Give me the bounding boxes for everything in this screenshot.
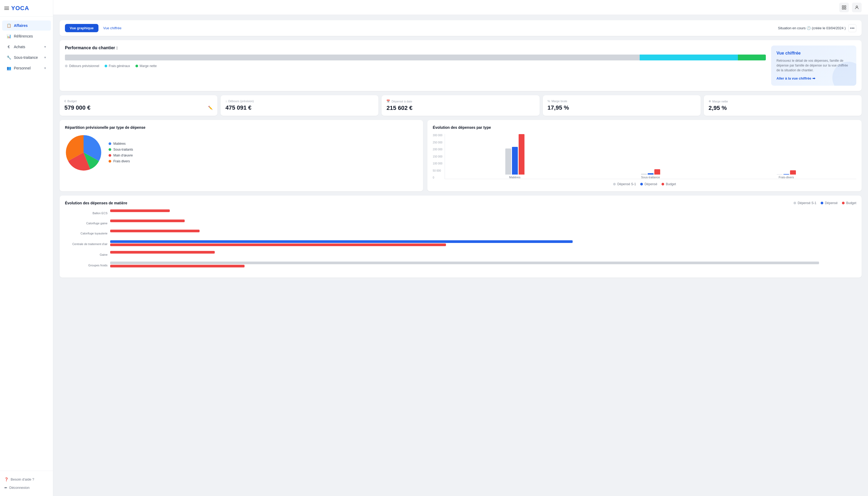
bar-group-sous-traitance: Sous-traitance — [585, 132, 716, 179]
chevron-down-icon: ▼ — [44, 66, 47, 70]
kpi-debours-label: ↕ Débours (prévision) — [226, 99, 374, 103]
h-bar-track — [110, 240, 856, 248]
evo-rows: Ballon ECS Calorifuge gaine Calorifuge t… — [65, 210, 856, 269]
kpi-budget: € Budget 579 000 € ✏️ — [60, 95, 217, 116]
row-label: Centrale de traitement d'air — [65, 243, 108, 246]
vue-chiffree-button[interactable]: Vue chiffrée — [98, 24, 126, 32]
percent-icon: % — [548, 99, 550, 103]
legend-debours: Débours prévisionnel — [65, 64, 99, 68]
evo-legend-budget: Budget — [842, 201, 856, 205]
budget-bar — [110, 244, 446, 246]
frais-segment — [640, 55, 738, 60]
evo-depense-dot — [821, 202, 823, 204]
kpi-marge-brute-label: % Marge brute — [548, 99, 696, 103]
pie-legend-matieres: Matières — [109, 142, 133, 145]
sidebar-bottom: ❓ Besoin d'aide ? ⬅ Déconnexion — [0, 471, 53, 496]
performance-card: Performance du chantier : Débours prévis… — [60, 40, 862, 91]
edit-button[interactable]: ✏️ — [208, 106, 213, 110]
matiere-bars — [505, 132, 525, 174]
row-label: Ballon ECS — [65, 212, 108, 215]
s1-dot — [613, 183, 616, 185]
main-area: Vue graphique Vue chiffrée Situation en … — [53, 0, 868, 496]
vue-graphique-button[interactable]: Vue graphique — [65, 24, 98, 32]
kpi-row: € Budget 579 000 € ✏️ ↕ Débours (prévisi… — [60, 95, 862, 116]
bar-group-frais-divers: Frais-divers — [720, 132, 852, 179]
frais-budget-bar — [790, 170, 796, 174]
kpi-debours-value: 475 091 € — [226, 104, 374, 111]
frais-divers-dot — [109, 160, 111, 162]
evo-legend: Dépensé S-1 Dépensé Budget — [793, 201, 856, 205]
main-oeuvre-dot — [109, 154, 111, 157]
h-bar-track — [110, 219, 856, 227]
hamburger-button[interactable] — [4, 7, 9, 10]
sidebar-item-label: Sous-traitance — [14, 55, 38, 60]
sidebar-item-affaires[interactable]: 📋 Affaires — [2, 20, 51, 31]
budget-bar — [110, 230, 200, 232]
kpi-marge-nette-label: ⊕ Marge nette — [709, 99, 857, 103]
achats-icon: € — [6, 44, 11, 49]
svg-rect-0 — [842, 5, 843, 7]
matiere-group-label: Matières — [509, 176, 521, 179]
evo-s1-dot — [793, 202, 796, 204]
notification-button[interactable] — [839, 3, 849, 12]
budget-bar — [110, 265, 245, 267]
st-budget-bar — [654, 169, 660, 174]
evo-row-groupes-froids: Groupes froids — [65, 261, 856, 269]
depense-dot — [640, 183, 643, 185]
bar-chart-area: 0 50 000 100 000 150 000 200 000 250 000… — [433, 134, 856, 179]
logo-text: YOCA — [11, 5, 29, 12]
sidebar-item-sous-traitance[interactable]: 🔧 Sous-traitance ▼ — [2, 52, 51, 63]
h-bar-track — [110, 251, 856, 258]
debours-label: Débours prévisionnel — [69, 64, 99, 68]
legend-marge: Marge nette — [136, 64, 157, 68]
kpi-marge-nette: ⊕ Marge nette 2,95 % — [704, 95, 862, 116]
evo-row-ballon: Ballon ECS — [65, 210, 856, 217]
pie-chart-card: Répartition prévisionelle par type de dé… — [60, 120, 423, 191]
more-options-button[interactable]: ••• — [848, 24, 856, 32]
pie-container: Matières Sous-traitants Main d'œuvre — [65, 134, 418, 171]
marge-nette-icon: ⊕ — [709, 99, 711, 103]
evo-legend-depense: Dépensé — [821, 201, 838, 205]
row-label: Groupes froids — [65, 264, 108, 267]
frais-dot — [105, 65, 107, 67]
kpi-depense-value: 215 602 € — [386, 105, 534, 111]
calendar-icon: 📅 — [386, 99, 390, 103]
frais-bars — [777, 132, 796, 174]
legend-depense: Dépensé — [640, 182, 657, 186]
h-bar-track — [110, 230, 856, 237]
st-s1-bar — [641, 174, 647, 174]
budget-bar — [110, 210, 170, 212]
legend-frais: Frais généraux — [105, 64, 130, 68]
pie-legend: Matières Sous-traitants Main d'œuvre — [109, 142, 133, 163]
logout-button[interactable]: ⬅ Déconnexion — [4, 483, 49, 492]
evo-budget-dot — [842, 202, 844, 204]
sidebar-item-label: Achats — [14, 45, 25, 49]
sidebar-item-label: Références — [14, 34, 33, 38]
marge-segment — [738, 55, 766, 60]
vue-chiffree-title: Vue chiffrée — [776, 51, 851, 56]
kpi-budget-label: € Budget — [64, 99, 213, 103]
user-button[interactable] — [852, 3, 862, 12]
h-bar-track — [110, 261, 856, 269]
kpi-debours: ↕ Débours (prévision) 475 091 € — [221, 95, 378, 116]
sidebar: YOCA 📋 Affaires 📊 Références € Achats ▼ … — [0, 0, 53, 496]
evo-legend-s1: Dépensé S-1 — [793, 201, 816, 205]
bar-group-matieres: Matières — [449, 132, 580, 179]
chevron-down-icon: ▼ — [44, 45, 47, 48]
row-label: Calorifuge gaine — [65, 222, 108, 225]
depense-bar — [110, 240, 573, 243]
evo-row-gaine: Gaine — [65, 251, 856, 258]
sidebar-item-personnel[interactable]: 👥 Personnel ▼ — [2, 63, 51, 73]
pie-chart-title: Répartition prévisionelle par type de dé… — [65, 125, 418, 129]
frais-group-label: Frais-divers — [779, 176, 794, 179]
evo-row-calorifuge-tuyau: Calorifuge tuyauterie — [65, 230, 856, 237]
affaires-icon: 📋 — [6, 23, 11, 28]
sidebar-logo: YOCA — [0, 0, 53, 17]
kpi-marge-nette-value: 2,95 % — [709, 105, 857, 111]
sous-traitants-dot — [109, 148, 111, 151]
kpi-depense-label: 📅 Dépensé à date — [386, 99, 534, 103]
help-button[interactable]: ❓ Besoin d'aide ? — [4, 475, 49, 483]
sidebar-item-references[interactable]: 📊 Références — [2, 31, 51, 41]
references-icon: 📊 — [6, 34, 11, 38]
sidebar-item-achats[interactable]: € Achats ▼ — [2, 42, 51, 52]
